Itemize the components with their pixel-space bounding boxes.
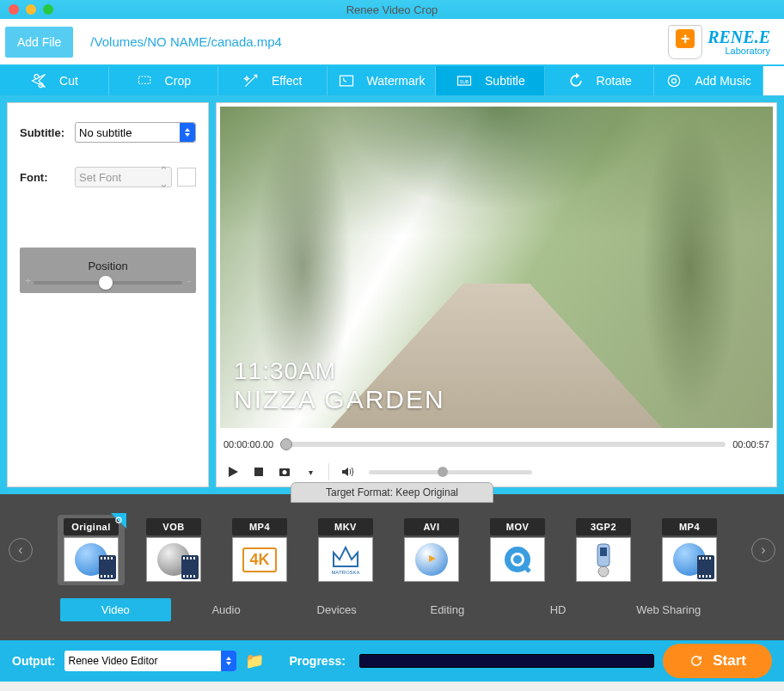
svg-rect-1 — [340, 76, 352, 86]
format-item-mkv[interactable]: MKV MATROSKA — [312, 518, 379, 582]
timeline-slider[interactable] — [280, 442, 726, 447]
format-thumb — [576, 537, 631, 582]
font-label: Font: — [20, 171, 70, 184]
format-badge: AVI — [404, 518, 459, 535]
font-select[interactable]: Set Font ⌃⌄ — [75, 167, 172, 187]
svg-text:SUB: SUB — [460, 79, 469, 84]
music-icon — [665, 72, 683, 89]
header-row: Add File /Volumes/NO NAME/canada.mp4 REN… — [0, 19, 784, 66]
font-color-chip[interactable] — [177, 168, 196, 187]
format-badge: MP4 — [232, 518, 287, 535]
tab-watermark[interactable]: Watermark — [328, 66, 437, 95]
format-badge: MKV — [318, 518, 373, 535]
format-badge: 3GP2 — [576, 518, 631, 535]
folder-icon[interactable]: 📁 — [245, 651, 264, 670]
tab-label: Add Music — [695, 74, 750, 88]
preview-panel: 11:30AM NIZZA GARDEN 00:00:00.00 00:00:5… — [216, 102, 777, 487]
svg-point-14 — [598, 566, 609, 577]
tab-crop[interactable]: Crop — [109, 66, 218, 95]
video-preview[interactable]: 11:30AM NIZZA GARDEN — [220, 107, 773, 428]
svg-point-8 — [283, 470, 287, 474]
tab-label: Rotate — [597, 74, 632, 88]
category-editing[interactable]: Editing — [392, 598, 503, 621]
volume-slider[interactable] — [369, 470, 532, 474]
category-devices[interactable]: Devices — [281, 598, 392, 621]
add-file-button[interactable]: Add File — [5, 27, 73, 58]
progress-label: Progress: — [290, 654, 346, 668]
format-item-mp4-4k[interactable]: MP4 4K — [226, 518, 293, 582]
subtitle-label: Subtitle: — [20, 126, 70, 139]
format-area: Target Format: Keep Original ‹ ⚙ Origina… — [0, 494, 784, 640]
timeline-thumb[interactable] — [280, 438, 292, 450]
overlay-caption: NIZZA GARDEN — [234, 385, 445, 414]
format-thumb — [404, 537, 459, 582]
tab-label: Crop — [165, 74, 191, 88]
gear-icon[interactable]: ⚙ — [114, 515, 123, 526]
format-badge: MP4 — [662, 518, 717, 535]
control-separator — [328, 463, 329, 480]
rotate-icon — [567, 72, 585, 89]
volume-thumb[interactable] — [438, 467, 448, 477]
crop-icon — [136, 72, 153, 89]
tab-label: Cut — [59, 74, 78, 88]
tab-cut[interactable]: Cut — [0, 66, 109, 95]
format-next-button[interactable]: › — [751, 538, 775, 562]
format-item-mov[interactable]: MOV — [484, 518, 551, 582]
wand-icon — [242, 72, 260, 89]
chevron-updown-icon — [180, 123, 195, 142]
tab-add-music[interactable]: Add Music — [654, 66, 763, 95]
timeline-start: 00:00:00.00 — [224, 439, 273, 449]
category-audio[interactable]: Audio — [171, 598, 282, 621]
format-item-3gp2[interactable]: 3GP2 — [570, 518, 637, 582]
footer: Output: Renee Video Editor 📁 Progress: S… — [0, 640, 784, 682]
svg-rect-0 — [138, 76, 150, 83]
snapshot-button[interactable] — [277, 464, 292, 480]
stop-button[interactable] — [251, 464, 266, 480]
format-thumb — [146, 537, 201, 582]
tab-spacer — [763, 66, 784, 95]
target-format-header[interactable]: Target Format: Keep Original — [291, 482, 493, 503]
format-thumb — [64, 537, 119, 582]
svg-point-4 — [669, 75, 680, 86]
tab-rotate[interactable]: Rotate — [545, 66, 654, 95]
refresh-icon — [689, 653, 704, 669]
format-item-mp4[interactable]: MP4 — [656, 518, 723, 582]
svg-point-5 — [672, 79, 677, 83]
category-web[interactable]: Web Sharing — [613, 598, 724, 621]
format-item-vob[interactable]: VOB — [140, 518, 207, 582]
subtitle-select[interactable]: No subtitle — [75, 122, 196, 143]
format-thumb: 4K — [232, 537, 287, 582]
output-select[interactable]: Renee Video Editor — [64, 651, 236, 671]
category-hd[interactable]: HD — [503, 598, 614, 621]
medical-bag-icon — [668, 25, 702, 59]
file-path: /Volumes/NO NAME/canada.mp4 — [90, 34, 668, 49]
category-video[interactable]: Video — [60, 598, 171, 621]
format-item-avi[interactable]: AVI — [398, 518, 465, 582]
svg-point-11 — [513, 555, 522, 564]
timeline-end: 00:00:57 — [732, 439, 769, 449]
position-label: Position — [28, 260, 187, 272]
format-badge: MOV — [490, 518, 545, 535]
svg-rect-6 — [254, 468, 263, 476]
subtitle-icon: SUB — [456, 72, 473, 89]
position-thumb[interactable] — [99, 276, 113, 290]
start-button[interactable]: Start — [663, 644, 772, 678]
chevron-updown-icon — [221, 651, 236, 671]
snapshot-caret-icon[interactable]: ▾ — [303, 464, 318, 480]
tab-subtitle[interactable]: SUB Subtitle — [436, 66, 545, 95]
position-slider[interactable] — [34, 281, 182, 284]
play-button[interactable] — [225, 464, 241, 480]
mkv-sub: MATROSKA — [331, 570, 359, 575]
tab-label: Subtitle — [485, 74, 525, 88]
phone-icon — [591, 541, 616, 578]
volume-icon[interactable] — [340, 464, 355, 480]
brand-name: RENE.E — [707, 28, 770, 46]
tab-effect[interactable]: Effect — [218, 66, 328, 95]
format-prev-button[interactable]: ‹ — [9, 538, 33, 562]
start-label: Start — [713, 652, 746, 670]
main-area: Subtitle: No subtitle Font: Set Font ⌃⌄ … — [0, 95, 784, 494]
format-item-original[interactable]: ⚙ Original — [58, 515, 125, 585]
format-thumb — [662, 537, 717, 582]
output-value: Renee Video Editor — [69, 655, 158, 667]
stepper-icon: ⌃⌄ — [157, 169, 169, 185]
